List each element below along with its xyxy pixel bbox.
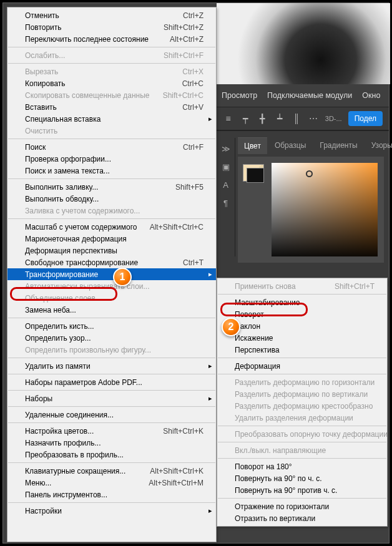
edit-menu-item[interactable]: Настройки	[7, 505, 216, 517]
type-tool-icon[interactable]: A	[223, 180, 228, 190]
edit-menu-item[interactable]: Назначить профиль...	[7, 437, 216, 449]
edit-menu-label: Отменить	[25, 11, 177, 20]
app-menubar: Просмотр Подключаемые модули Окно	[217, 84, 389, 107]
transform-submenu-item[interactable]: Отражение по горизонтали	[217, 500, 387, 512]
color-cursor[interactable]	[306, 170, 313, 177]
edit-menu-item[interactable]: Специальная вставка	[7, 113, 216, 125]
edit-menu-label: Клавиатурные сокращения...	[25, 467, 144, 475]
transform-submenu-label: Вкл./выкл. направляющие	[235, 446, 375, 455]
edit-menu-item[interactable]: Трансформирование	[7, 268, 216, 280]
tab-swatches[interactable]: Образцы	[268, 137, 312, 154]
edit-menu-item[interactable]: Переключить последнее состояниеAlt+Ctrl+…	[7, 33, 216, 45]
transform-submenu-label: Отражение по горизонтали	[235, 502, 375, 511]
edit-menu-item[interactable]: Удалить из памяти	[7, 360, 216, 372]
edit-menu-label: Скопировать совмещенные данные	[25, 91, 157, 100]
transform-submenu-item: Разделить деформацию крестообразно	[217, 400, 387, 412]
align-icon[interactable]: ≡	[223, 112, 233, 125]
edit-menu-label: Очистить	[25, 127, 203, 135]
transform-submenu-item[interactable]: Повернуть на 90° по ч. с.	[217, 472, 387, 484]
edit-menu-label: Повторить	[25, 23, 157, 32]
edit-menu-shortcut: Ctrl+T	[183, 258, 203, 267]
edit-menu-item[interactable]: Удаленные соединения...	[7, 409, 216, 421]
color-field[interactable]	[272, 163, 378, 256]
edit-menu-item[interactable]: Поиск и замена текста...	[7, 165, 216, 177]
transform-submenu-label: Поворот	[235, 310, 375, 319]
transform-submenu-label: Деформация	[235, 362, 375, 371]
swatch-icon[interactable]: ▣	[222, 162, 230, 172]
collapse-icon[interactable]: ≫	[222, 144, 230, 154]
edit-menu-item[interactable]: КопироватьCtrl+C	[7, 77, 216, 89]
edit-menu-item[interactable]: ПоискCtrl+F	[7, 141, 216, 153]
transform-submenu-item[interactable]: Поворот	[217, 308, 387, 320]
edit-menu-item[interactable]: Меню...Alt+Shift+Ctrl+M	[7, 477, 216, 489]
more-icon[interactable]: ⋯	[308, 112, 318, 125]
edit-menu-label: Копировать	[25, 79, 176, 88]
edit-menu-item[interactable]: Выполнить обводку...	[7, 193, 216, 205]
edit-menu-item[interactable]: Клавиатурные сокращения...Alt+Shift+Ctrl…	[7, 465, 216, 477]
transform-submenu-item[interactable]: Повернуть на 90° против ч. с.	[217, 484, 387, 496]
transform-submenu-item[interactable]: Масштабирование	[217, 296, 387, 308]
edit-menu-label: Поиск	[25, 143, 177, 152]
transform-submenu-item[interactable]: Отразить по вертикали	[217, 512, 387, 524]
edit-menu-item[interactable]: Определить узор...	[7, 332, 216, 344]
transform-submenu-item[interactable]: Перспектива	[217, 344, 387, 356]
threed-label: 3D-...	[325, 115, 342, 122]
share-button[interactable]: Подел	[348, 111, 383, 126]
align-mid-icon[interactable]: ╋	[257, 112, 268, 125]
edit-menu-label: Удаленные соединения...	[25, 411, 203, 419]
edit-menu-item[interactable]: Преобразовать в профиль...	[7, 449, 216, 461]
transform-submenu-item: Вкл./выкл. направляющие	[217, 444, 387, 456]
menubar-plugins[interactable]: Подключаемые модули	[267, 91, 352, 100]
transform-submenu-label: Поворот на 180°	[235, 462, 375, 471]
tab-color[interactable]: Цвет	[238, 137, 267, 154]
transform-submenu-label: Разделить деформацию по вертикали	[235, 390, 375, 399]
menubar-window[interactable]: Окно	[362, 91, 380, 100]
transform-submenu-item: Преобразовать опорную точку деформации	[217, 428, 387, 440]
edit-menu-item[interactable]: ОтменитьCtrl+Z	[7, 9, 216, 21]
edit-menu-item[interactable]: Выполнить заливку...Shift+F5	[7, 181, 216, 193]
transform-submenu-label: Повернуть на 90° по ч. с.	[235, 474, 375, 483]
transform-submenu-item[interactable]: Поворот на 180°	[217, 461, 387, 472]
menubar-view[interactable]: Просмотр	[222, 91, 257, 100]
align-top-icon[interactable]: ┯	[240, 112, 250, 125]
transform-submenu: Применить сноваShift+Ctrl+TМасштабирован…	[217, 278, 388, 527]
edit-menu-item[interactable]: Настройка цветов...Shift+Ctrl+K	[7, 425, 216, 437]
edit-menu-item[interactable]: Деформация перспективы	[7, 245, 216, 256]
edit-menu-label: Настройки	[25, 507, 203, 515]
edit-menu-shortcut: Ctrl+Z	[183, 11, 203, 20]
align-bot-icon[interactable]: ┷	[274, 112, 285, 125]
transform-submenu-label: Разделить деформацию по горизонтали	[235, 378, 375, 387]
edit-menu-item[interactable]: Свободное трансформированиеCtrl+T	[7, 256, 216, 268]
edit-menu-item[interactable]: Замена неба...	[7, 304, 216, 316]
edit-menu-label: Удалить из памяти	[25, 362, 203, 371]
edit-menu-item: Ослабить...Shift+Ctrl+F	[7, 49, 216, 61]
edit-menu-label: Выполнить заливку...	[25, 183, 169, 192]
edit-menu-item: Автоматически выравнивать слои...	[7, 280, 216, 292]
transform-submenu-label: Удалить разделения деформации	[235, 414, 375, 422]
edit-menu-item: ВырезатьCtrl+X	[7, 66, 216, 77]
edit-menu-item[interactable]: Масштаб с учетом содержимогоAlt+Shift+Ct…	[7, 221, 216, 233]
foreground-background-swatch[interactable]	[243, 164, 264, 182]
transform-submenu-item: Удалить разделения деформации	[217, 412, 387, 424]
transform-submenu-item[interactable]: Деформация	[217, 360, 387, 372]
edit-menu-item[interactable]: Проверка орфографии...	[7, 153, 216, 165]
edit-menu-item[interactable]: Определить кисть...	[7, 320, 216, 332]
edit-menu-shortcut: Ctrl+F	[183, 143, 203, 152]
edit-menu-item: Определить произвольную фигуру...	[7, 344, 216, 356]
edit-menu-item[interactable]: ВставитьCtrl+V	[7, 101, 216, 113]
side-strip: ≫ ▣ A ¶	[217, 138, 235, 256]
edit-menu-item[interactable]: Панель инструментов...	[7, 489, 216, 500]
edit-menu-item[interactable]: Марионеточная деформация	[7, 233, 216, 245]
tab-gradients[interactable]: Градиенты	[313, 137, 363, 154]
color-picker[interactable]	[238, 157, 384, 263]
edit-menu-label: Объединение слоев...	[25, 294, 203, 303]
edit-menu-item[interactable]: ПовторитьShift+Ctrl+Z	[7, 21, 216, 33]
transform-submenu-item[interactable]: Наклон	[217, 320, 387, 332]
edit-menu-shortcut: Alt+Shift+Ctrl+M	[149, 479, 203, 487]
transform-submenu-item[interactable]: Искажение	[217, 332, 387, 344]
edit-menu-item[interactable]: Наборы параметров Adobe PDF...	[7, 376, 216, 388]
paragraph-icon[interactable]: ¶	[223, 198, 228, 208]
distribute-icon[interactable]: ║	[291, 112, 301, 125]
tab-patterns[interactable]: Узоры	[365, 137, 392, 154]
edit-menu-item[interactable]: Наборы	[7, 392, 216, 404]
